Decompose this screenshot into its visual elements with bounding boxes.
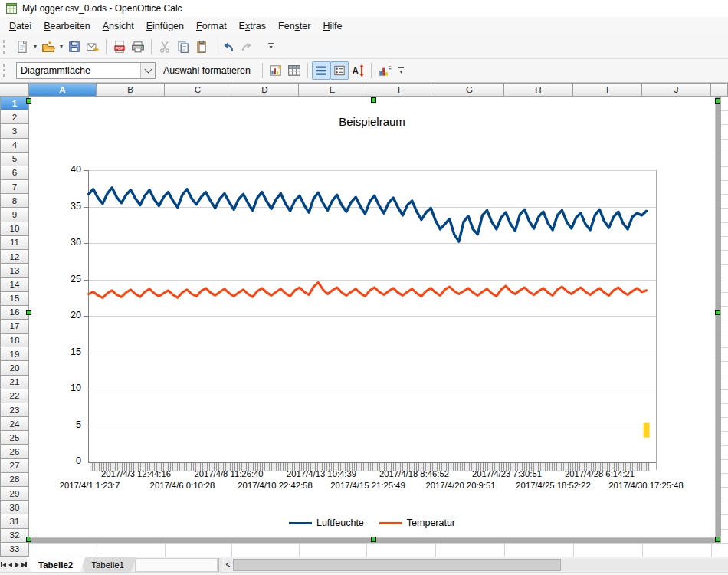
selection-handle[interactable] bbox=[371, 97, 376, 103]
column-header-g[interactable]: G bbox=[435, 83, 504, 97]
last-sheet-button[interactable] bbox=[21, 559, 28, 571]
row-header-21[interactable]: 21 bbox=[0, 376, 29, 389]
chart-title[interactable]: Beispielraum bbox=[29, 115, 715, 128]
toolbar-grip[interactable] bbox=[3, 40, 8, 54]
column-header-h[interactable]: H bbox=[504, 83, 573, 97]
chart-element-combobox[interactable]: Diagrammfläche bbox=[16, 62, 156, 79]
row-header-5[interactable]: 5 bbox=[0, 153, 29, 166]
chart-legend[interactable]: LuftfeuchteTemperatur bbox=[29, 518, 715, 528]
new-document-dropdown-icon[interactable]: ▾ bbox=[31, 43, 39, 50]
scrollbar-thumb[interactable] bbox=[233, 559, 561, 571]
sheet-tab-tabelle1[interactable]: Tabelle1 bbox=[79, 557, 136, 572]
menu-hilfe[interactable]: Hilfe bbox=[316, 18, 348, 34]
row-header-4[interactable]: 4 bbox=[0, 139, 29, 153]
row-header-18[interactable]: 18 bbox=[0, 334, 29, 347]
menu-bearbeiten[interactable]: Bearbeiten bbox=[38, 18, 96, 34]
menu-einfgen[interactable]: Einfügen bbox=[140, 18, 190, 34]
previous-sheet-button[interactable] bbox=[7, 559, 14, 571]
menu-ansicht[interactable]: Ansicht bbox=[97, 18, 140, 34]
row-header-19[interactable]: 19 bbox=[0, 347, 29, 361]
row-header-6[interactable]: 6 bbox=[0, 166, 29, 180]
print-icon[interactable] bbox=[129, 38, 147, 56]
row-header-17[interactable]: 17 bbox=[0, 320, 29, 334]
select-all-corner[interactable] bbox=[0, 83, 29, 97]
chart-object[interactable]: Beispielraum 0510152025303540 2017/4/1 1… bbox=[29, 97, 721, 543]
row-header-22[interactable]: 22 bbox=[0, 389, 29, 403]
row-header-23[interactable]: 23 bbox=[0, 403, 29, 417]
next-sheet-button[interactable] bbox=[14, 559, 21, 571]
row-header-7[interactable]: 7 bbox=[0, 180, 29, 194]
column-header-c[interactable]: C bbox=[165, 83, 231, 97]
send-email-icon[interactable] bbox=[84, 38, 102, 56]
row-header-32[interactable]: 32 bbox=[0, 529, 29, 543]
selection-handle[interactable] bbox=[26, 310, 31, 315]
column-header-i[interactable]: I bbox=[573, 83, 642, 97]
row-header-15[interactable]: 15 bbox=[0, 292, 29, 306]
legend-item-luftfeuchte[interactable]: Luftfeuchte bbox=[289, 518, 364, 528]
first-sheet-button[interactable] bbox=[0, 559, 7, 571]
selection-handle[interactable] bbox=[371, 537, 376, 542]
paste-icon[interactable] bbox=[192, 38, 211, 56]
copy-icon[interactable] bbox=[174, 38, 192, 56]
scroll-left-button[interactable]: < bbox=[223, 559, 233, 571]
menu-extras[interactable]: Extras bbox=[233, 18, 272, 34]
export-pdf-icon[interactable]: PDF bbox=[110, 38, 129, 56]
selection-handle[interactable] bbox=[26, 537, 31, 542]
row-header-30[interactable]: 30 bbox=[0, 501, 29, 514]
row-header-8[interactable]: 8 bbox=[0, 194, 29, 208]
selection-handle[interactable] bbox=[715, 537, 720, 542]
row-header-27[interactable]: 27 bbox=[0, 459, 29, 473]
chart-data-table-icon[interactable] bbox=[285, 61, 303, 80]
row-header-16[interactable]: 16 bbox=[0, 306, 29, 320]
horizontal-scrollbar[interactable] bbox=[233, 559, 728, 571]
row-header-24[interactable]: 24 bbox=[0, 417, 29, 431]
open-icon[interactable] bbox=[39, 38, 57, 56]
combobox-dropdown-button[interactable] bbox=[140, 63, 155, 78]
new-document-icon[interactable] bbox=[13, 38, 31, 56]
row-header-9[interactable]: 9 bbox=[0, 208, 29, 222]
column-header-partial[interactable] bbox=[711, 83, 728, 97]
save-icon[interactable] bbox=[65, 38, 84, 56]
format-selection-button[interactable]: Auswahl formatieren bbox=[156, 65, 258, 76]
column-header-b[interactable]: B bbox=[97, 83, 165, 97]
tab-splitter[interactable] bbox=[218, 558, 222, 572]
redo-icon[interactable] bbox=[238, 38, 256, 56]
row-header-3[interactable]: 3 bbox=[0, 124, 29, 138]
row-header-1[interactable]: 1 bbox=[0, 97, 29, 110]
chart-type-icon[interactable] bbox=[267, 61, 285, 80]
row-header-10[interactable]: 10 bbox=[0, 222, 29, 236]
selection-handle[interactable] bbox=[715, 98, 720, 104]
row-header-29[interactable]: 29 bbox=[0, 487, 29, 501]
menu-format[interactable]: Format bbox=[190, 18, 233, 34]
sheet-tab-tabelle2[interactable]: Tabelle2 bbox=[26, 557, 85, 572]
toolbar-options-icon[interactable]: ▾ bbox=[398, 67, 404, 74]
row-header-14[interactable]: 14 bbox=[0, 278, 29, 291]
row-header-31[interactable]: 31 bbox=[0, 514, 29, 528]
menu-datei[interactable]: Datei bbox=[3, 18, 38, 34]
row-header-25[interactable]: 25 bbox=[0, 431, 29, 445]
legend-item-temperatur[interactable]: Temperatur bbox=[379, 518, 455, 528]
column-header-e[interactable]: E bbox=[299, 83, 366, 97]
row-header-26[interactable]: 26 bbox=[0, 445, 29, 459]
row-header-28[interactable]: 28 bbox=[0, 473, 29, 487]
legend-on-off-icon[interactable] bbox=[330, 61, 349, 80]
row-header-13[interactable]: 13 bbox=[0, 264, 29, 278]
row-header-33[interactable]: 33 bbox=[0, 543, 29, 557]
menu-fenster[interactable]: Fenster bbox=[272, 18, 316, 34]
toolbar-options-icon[interactable]: ▾ bbox=[268, 43, 274, 50]
column-header-j[interactable]: J bbox=[642, 83, 711, 97]
selection-handle[interactable] bbox=[26, 98, 31, 104]
row-header-2[interactable]: 2 bbox=[0, 110, 29, 124]
chart-data-icon[interactable] bbox=[375, 61, 394, 80]
horizontal-grids-icon[interactable] bbox=[312, 61, 330, 80]
cut-icon[interactable] bbox=[156, 38, 174, 56]
column-header-a[interactable]: A bbox=[29, 83, 97, 97]
row-header-11[interactable]: 11 bbox=[0, 236, 29, 250]
open-dropdown-icon[interactable]: ▾ bbox=[57, 43, 65, 50]
row-header-12[interactable]: 12 bbox=[0, 250, 29, 264]
toolbar-grip[interactable] bbox=[3, 64, 8, 77]
row-header-20[interactable]: 20 bbox=[0, 361, 29, 375]
column-header-d[interactable]: D bbox=[231, 83, 299, 97]
column-header-f[interactable]: F bbox=[366, 83, 435, 97]
selection-handle[interactable] bbox=[715, 310, 720, 315]
